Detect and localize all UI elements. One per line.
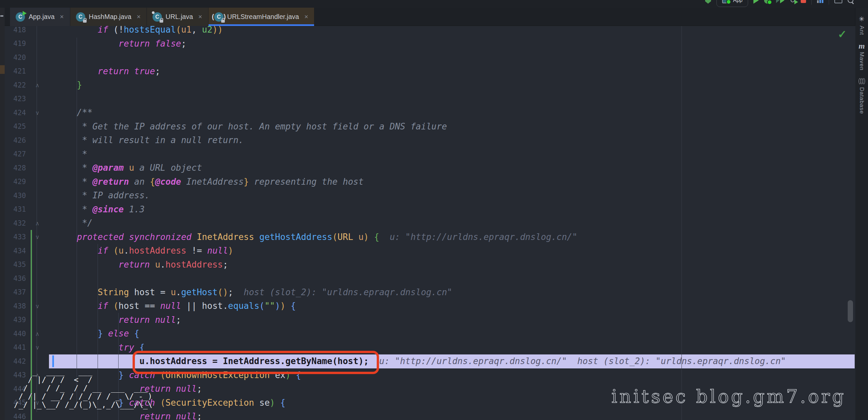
code-line: 428 * @param u a URL object [5, 161, 855, 175]
fold-down-icon[interactable]: ∨ [33, 344, 42, 351]
stripe-item-maven[interactable]: mMaven [855, 42, 868, 70]
line-number[interactable]: 441 [5, 344, 26, 351]
toolbar-separator [829, 0, 829, 5]
class-icon: C [15, 12, 25, 22]
line-number[interactable]: 429 [5, 178, 26, 186]
tab-app-java[interactable]: CApp.java× [10, 8, 70, 26]
close-icon[interactable]: × [198, 13, 202, 21]
stripe-item-label: Database [858, 87, 865, 114]
tab-hashmap-java[interactable]: CHashMap.java× [70, 8, 147, 26]
close-icon[interactable]: × [304, 13, 308, 21]
line-number[interactable]: 422 [5, 81, 26, 89]
shield-icon[interactable] [705, 0, 711, 4]
code-line: 438∨ if (host == null || host.equals("")… [5, 299, 855, 313]
tab-label: URL.java [165, 13, 193, 21]
close-icon[interactable]: × [136, 13, 141, 21]
stripe-item-ant[interactable]: ✳Ant [855, 15, 868, 35]
code-line: 420 [5, 51, 855, 65]
rerun-button[interactable]: ↻ [790, 0, 796, 4]
code-text: } [42, 78, 82, 92]
scrollbar-thumb[interactable] [848, 300, 853, 322]
code-line: 437 String host = u.getHost(); host (slo… [5, 286, 855, 299]
line-number[interactable]: 440 [5, 330, 26, 338]
code-line: 440∧ } else { [5, 327, 855, 341]
code-text: * [42, 148, 87, 161]
line-number[interactable]: 420 [5, 54, 26, 62]
fold-down-icon[interactable]: ∨ [33, 234, 42, 240]
line-number[interactable]: 426 [5, 136, 26, 144]
code-line: 431 * @since 1.3 [5, 203, 855, 217]
profiler-icon[interactable] [817, 0, 824, 3]
line-number[interactable]: 434 [5, 247, 26, 255]
line-number[interactable]: 435 [5, 261, 26, 268]
title-bar: App ↻ [0, 0, 868, 8]
stop-button[interactable] [801, 0, 806, 3]
inspection-ok-icon[interactable]: ✓ [838, 28, 847, 41]
line-number[interactable]: 419 [5, 40, 26, 47]
close-icon[interactable]: × [60, 13, 64, 21]
line-number[interactable]: 428 [5, 164, 26, 172]
fold-up-icon[interactable]: ∧ [33, 82, 42, 89]
lock-icon [159, 20, 163, 23]
tab-urlstreamhandler-java[interactable]: C()URLStreamHandler.java× [209, 8, 314, 26]
code-text: * @return an {@code InetAddress} represe… [42, 175, 364, 189]
database-icon [858, 78, 865, 84]
line-number[interactable]: 423 [5, 95, 26, 103]
fold-down-icon[interactable]: ∨ [33, 109, 42, 116]
resume-button[interactable] [776, 0, 784, 3]
code-text: return null; [42, 410, 202, 420]
line-number[interactable]: 439 [5, 316, 26, 324]
line-number[interactable]: 418 [5, 26, 26, 34]
fold-down-icon[interactable]: ∨ [33, 303, 42, 310]
debug-button[interactable] [764, 0, 771, 4]
line-number[interactable]: 437 [5, 288, 26, 296]
ascii-art-watermark: _ ____ ___ / |/ / / < / / / /_ / / __ __… [9, 367, 152, 409]
line-number[interactable]: 421 [5, 67, 26, 75]
code-line: 418 if (!hostsEqual(u1, u2)) [5, 26, 855, 37]
code-text: try { [42, 341, 145, 355]
class-icon: C [152, 12, 162, 22]
code-line: 427 * [5, 148, 855, 161]
line-number[interactable]: 425 [5, 123, 26, 130]
fold-up-icon[interactable]: ∧ [33, 220, 42, 227]
search-icon[interactable] [848, 0, 854, 3]
annotation-red-box [132, 351, 379, 374]
code-line: 434 if (u.hostAddress != null) [5, 244, 855, 258]
line-number[interactable]: 438 [5, 302, 26, 310]
monitor-icon[interactable] [834, 0, 842, 3]
stripe-item-label: Maven [858, 52, 865, 70]
run-config-combo[interactable]: App [716, 0, 748, 7]
line-number[interactable]: 431 [5, 205, 26, 213]
tab-label: App.java [29, 13, 55, 21]
right-tool-stripe: ✳AntmMavenDatabase [855, 8, 868, 420]
fold-up-icon[interactable]: ∧ [33, 330, 42, 337]
line-number[interactable]: 436 [5, 274, 26, 283]
stripe-item-label: Ant [858, 26, 865, 35]
line-number[interactable]: 442 [5, 357, 26, 365]
run-button[interactable] [753, 0, 759, 4]
code-line: 439 return null; [5, 313, 855, 327]
code-line: 430 * IP address. [5, 189, 855, 203]
maven-icon: m [859, 42, 865, 49]
code-text: protected synchronized InetAddress getHo… [42, 230, 577, 244]
code-text: } else { [42, 327, 139, 341]
code-text: * @since 1.3 [42, 203, 145, 217]
monitor-icon [722, 0, 730, 3]
code-line: 426 * will result in a null return. [5, 133, 855, 148]
line-number[interactable]: 427 [5, 150, 26, 158]
line-number[interactable]: 424 [5, 109, 26, 117]
code-text: * Get the IP address of our host. An emp… [42, 120, 447, 134]
code-text: * @param u a URL object [42, 161, 202, 175]
editor-tab-bar: CApp.java×CHashMap.java×CURL.java×C()URL… [0, 8, 855, 26]
code-text: * IP address. [42, 189, 150, 203]
line-number[interactable]: 446 [5, 413, 26, 420]
line-number[interactable]: 432 [5, 219, 26, 227]
code-line: 423 [5, 92, 855, 106]
tab-url-java[interactable]: CURL.java× [147, 8, 209, 26]
code-text: /** [42, 106, 93, 120]
code-editor[interactable]: 418 if (!hostsEqual(u1, u2))419 return f… [5, 26, 855, 420]
stripe-item-database[interactable]: Database [855, 78, 868, 114]
line-number[interactable]: 430 [5, 192, 26, 200]
splitter-handle[interactable] [0, 15, 3, 17]
line-number[interactable]: 433 [5, 233, 26, 241]
